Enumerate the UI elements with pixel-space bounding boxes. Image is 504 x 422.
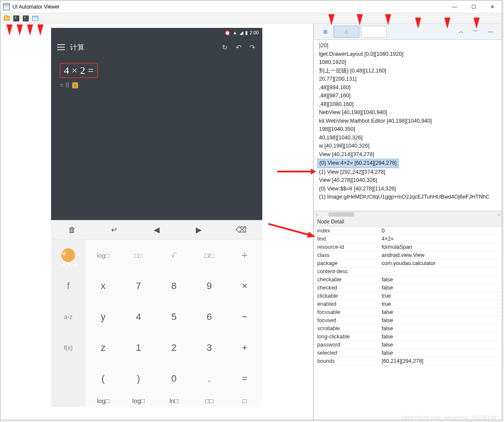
expand-all-button[interactable]: ⊞ [319,26,332,38]
detail-value: [60,214][294,278] [378,357,502,365]
tree-item[interactable]: lget.DrawerLayout [0,0][1080,1920] [317,50,502,59]
key-lparen[interactable]: ( [85,363,121,394]
detail-value: true [378,292,502,300]
key-y[interactable]: y [85,301,121,332]
dump-screenshot-button-1[interactable] [12,15,20,22]
key-blank[interactable] [51,363,85,394]
key-power[interactable]: □□ [121,240,156,271]
keypad-row-2: a-z y 4 5 6 − [51,301,262,332]
tree-item[interactable]: NebView [40,198][1040,940] [317,109,502,117]
key-rparen[interactable]: ) [121,363,156,394]
key-5[interactable]: 5 [156,301,191,332]
tree-item[interactable]: 198][1040,350] [317,125,502,134]
tree-item[interactable]: (1) View [292,242][374,278] [317,168,502,177]
key-2[interactable]: 2 [156,332,191,363]
key-sqrt[interactable]: √‾ [156,240,191,271]
tree-item[interactable]: 1080,1920] [317,58,502,67]
tree-item[interactable]: kit.WebView:Mathbot Editor [40,198][1040… [317,117,502,126]
key-log[interactable]: log□ [85,240,121,271]
key-0[interactable]: 0 [156,363,191,394]
tree-item[interactable]: 40,198][1040,326] [317,134,502,142]
detail-row: packagecom.youdao.calculator [314,259,502,268]
hierarchy-tree[interactable]: }20]lget.DrawerLayout [0,0][1080,1920]10… [314,40,502,211]
redo-icon[interactable]: ↷ [248,43,256,51]
dump-screenshot-button-2[interactable] [22,15,30,22]
history-icon[interactable]: ↻ [220,43,229,51]
tree-item[interactable]: (0) View:$$=8 [40,278][114,326] [317,185,502,193]
tree-item[interactable]: ,48][1080,160] [317,100,502,109]
tree-item[interactable]: (1) Image:gIHeMDlUCitqU1ggp+mO2JqcEJTuhH… [317,193,502,202]
maximize-button[interactable]: ☐ [464,0,483,13]
svg-line-2 [268,224,310,235]
tree-item[interactable]: (0) View:4×2= [60,214][294,278] [317,159,399,168]
detail-value: false [378,316,502,325]
key-ops[interactable]: +−×÷ [51,240,85,271]
detail-key: checked [314,284,378,292]
annotation-arrow [328,14,334,25]
close-button[interactable]: ✕ [483,0,502,13]
detail-key: checkable [314,276,378,284]
key-plus[interactable]: + [227,332,262,363]
key-4[interactable]: 4 [121,301,156,332]
key-6[interactable]: 6 [191,301,227,332]
tree-h-scrollbar[interactable]: ‹ › [314,211,502,217]
svg-marker-3 [307,232,316,238]
status-time: 2:00 [250,30,259,35]
annotation-arrow [37,24,43,36]
detail-key: focusable [314,308,378,316]
cursor-left-key[interactable]: ◀ [136,220,178,239]
scroll-right-icon[interactable]: › [496,212,502,217]
tree-item[interactable]: View [40,214][374,278] [317,151,502,159]
detail-key: scrollable [314,325,378,333]
scroll-left-icon[interactable]: ‹ [314,212,320,217]
key-equals[interactable]: = [227,363,262,394]
key-3[interactable]: 3 [191,332,227,363]
detail-value [378,268,502,276]
key-az[interactable]: a-z [51,301,85,332]
tree-item[interactable]: 20,77][200,131] [317,75,502,84]
key-minus[interactable]: − [227,301,262,332]
device-icon-1 [13,15,19,21]
expression-main[interactable]: 4 × 2 = [60,63,98,78]
tree-item[interactable]: }20] [317,42,502,50]
key-divide[interactable]: ÷ [227,240,262,271]
toggle-button-blank[interactable] [361,26,387,38]
enter-key[interactable]: ↵ [93,220,135,239]
menu-icon[interactable] [57,44,65,50]
key-multiply[interactable]: × [227,271,262,301]
delete-node-button[interactable]: — [484,26,497,38]
tree-item[interactable]: 到上一层级} [0,48][112,160] [317,67,502,75]
key-fx[interactable]: f(x) [51,332,85,363]
key-frac[interactable]: □/□ [191,240,227,271]
delete-key[interactable]: 🗑 [51,220,93,239]
detail-value: false [378,325,502,333]
dump-screenshot-button-3[interactable] [31,15,39,22]
screen-title: 计算 [70,42,85,52]
key-dot[interactable]: . [191,363,227,394]
tree-item[interactable]: ,48][987,160] [317,92,502,100]
expand-badge[interactable]: ↕ [72,82,78,88]
key-f[interactable]: f [51,271,85,301]
naf-toggle-button[interactable]: ⚠ [334,26,359,38]
tree-item[interactable]: View [40,278][1040,326] [317,176,502,185]
minimize-button[interactable]: — [445,0,464,13]
backspace-key[interactable]: ⌫ [220,220,262,239]
key-z[interactable]: z [85,332,121,363]
undo-icon[interactable]: ↶ [234,43,243,51]
ops-icon: +−×÷ [61,248,75,262]
key-x[interactable]: x [85,271,121,301]
detail-row: checkablefalse [314,276,502,284]
scroll-thumb[interactable] [328,212,354,217]
key-8[interactable]: 8 [156,271,191,301]
tree-item[interactable]: ,48][894,160] [317,84,502,92]
prev-node-button[interactable]: ︿ [455,26,468,38]
annotation-arrow-detail [268,222,316,239]
key-9[interactable]: 9 [191,271,227,301]
key-1[interactable]: 1 [121,332,156,363]
key-7[interactable]: 7 [121,271,156,301]
detail-value: com.youdao.calculator [378,259,502,268]
open-file-button[interactable] [3,15,11,22]
cursor-right-key[interactable]: ▶ [178,220,220,239]
tree-item[interactable]: w [40,198][1040,326] [317,142,502,151]
device-icon-2 [23,15,29,21]
